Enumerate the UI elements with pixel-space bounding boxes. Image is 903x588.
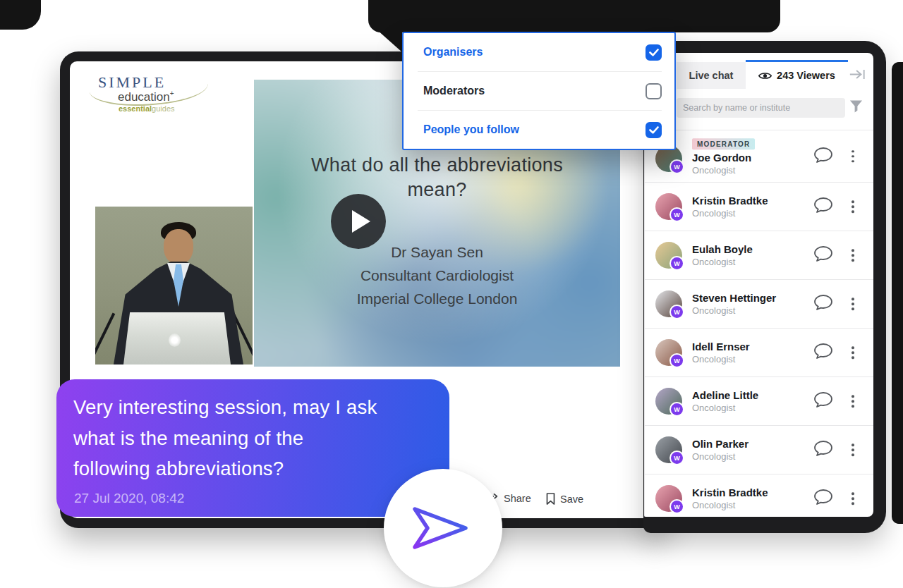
viewer-info: Idell Ernser Oncologist bbox=[692, 341, 750, 365]
decorative-wedge bbox=[377, 30, 402, 52]
member-badge-icon: W bbox=[669, 207, 684, 222]
more-options-icon[interactable] bbox=[852, 346, 854, 359]
tab-live-chat[interactable]: Live chat bbox=[677, 62, 746, 89]
checkbox[interactable] bbox=[646, 122, 662, 138]
viewer-name: Kristin Bradtke bbox=[692, 195, 768, 207]
viewer-role: Oncologist bbox=[692, 451, 749, 462]
page: SIMPLE education+ essentialguides What d… bbox=[0, 0, 903, 588]
filter-option-people-you-follow[interactable]: People you follow bbox=[404, 111, 674, 149]
filter-option-label: Organisers bbox=[423, 46, 483, 59]
video-speaker-institution: Imperial College London bbox=[254, 287, 620, 310]
speaker-face bbox=[164, 229, 193, 264]
member-badge-icon: W bbox=[669, 499, 684, 514]
member-badge-icon: W bbox=[669, 159, 684, 174]
member-badge-icon: W bbox=[669, 305, 684, 319]
viewer-row: W Eulah Boyle Oncologist bbox=[645, 231, 873, 280]
viewers-panel: Live chat 243 Viewers bbox=[644, 53, 873, 517]
decorative-top-band bbox=[368, 0, 780, 32]
avatar: W bbox=[655, 242, 682, 269]
filter-option-label: Moderators bbox=[423, 85, 485, 97]
filter-option-moderators[interactable]: Moderators bbox=[404, 72, 674, 110]
more-options-icon[interactable] bbox=[852, 150, 854, 163]
viewer-name: Kristin Bradtke bbox=[692, 486, 768, 498]
viewer-role: Oncologist bbox=[692, 208, 768, 219]
viewer-role: Oncologist bbox=[692, 165, 755, 176]
more-options-icon[interactable] bbox=[852, 443, 854, 456]
play-icon bbox=[352, 210, 370, 233]
viewer-info: Kristin Bradtke Oncologist bbox=[692, 486, 768, 510]
viewer-role: Oncologist bbox=[692, 305, 776, 316]
speaker-photo bbox=[95, 207, 253, 365]
viewer-row: W Adeline Little Oncologist bbox=[645, 377, 873, 426]
chat-bubble-icon[interactable] bbox=[814, 441, 832, 459]
chat-bubble-icon[interactable] bbox=[814, 392, 832, 410]
viewer-role: Oncologist bbox=[692, 257, 753, 267]
eye-icon bbox=[758, 71, 772, 80]
play-button[interactable] bbox=[331, 194, 386, 249]
more-options-icon[interactable] bbox=[852, 395, 854, 408]
viewer-info: Olin Parker Oncologist bbox=[692, 438, 749, 462]
viewer-info: MODERATOR Joe Gordon Oncologist bbox=[692, 137, 755, 176]
more-options-icon[interactable] bbox=[852, 249, 854, 262]
laptop-logo-glow bbox=[169, 333, 181, 347]
chat-message-text: Very interesting session, may I ask what… bbox=[73, 392, 377, 484]
viewer-row: W Olin Parker Oncologist bbox=[645, 426, 873, 474]
chat-bubble-icon[interactable] bbox=[814, 343, 832, 362]
more-options-icon[interactable] bbox=[852, 298, 854, 310]
viewer-row: W Steven Hettinger Oncologist bbox=[645, 280, 873, 329]
avatar: W bbox=[655, 485, 682, 512]
share-label: Share bbox=[504, 493, 531, 504]
viewer-role: Oncologist bbox=[692, 500, 768, 510]
viewer-row: W Idell Ernser Oncologist bbox=[645, 329, 873, 377]
filter-option-label: People you follow bbox=[423, 123, 519, 136]
filter-dropdown: Organisers Moderators People you follow bbox=[402, 32, 676, 150]
filter-option-organisers[interactable]: Organisers bbox=[404, 33, 674, 71]
viewer-info: Kristin Bradtke Oncologist bbox=[692, 195, 768, 219]
viewer-list: W MODERATOR Joe Gordon Oncologist W Kris… bbox=[645, 130, 873, 517]
avatar: W bbox=[655, 290, 682, 317]
brand-logo: SIMPLE education+ essentialguides bbox=[98, 73, 232, 116]
tab-viewers[interactable]: 243 Viewers bbox=[746, 62, 848, 89]
viewer-role: Oncologist bbox=[692, 403, 758, 413]
avatar: W bbox=[655, 388, 682, 415]
collapse-panel-icon[interactable] bbox=[849, 68, 866, 83]
save-label: Save bbox=[560, 494, 583, 505]
filter-funnel-icon[interactable] bbox=[849, 99, 863, 116]
send-icon bbox=[411, 505, 470, 551]
viewer-name: Olin Parker bbox=[692, 438, 749, 450]
viewer-info: Eulah Boyle Oncologist bbox=[692, 243, 753, 267]
microphone-left bbox=[95, 312, 115, 355]
save-button[interactable]: Save bbox=[546, 493, 583, 505]
moderator-badge: MODERATOR bbox=[692, 138, 755, 149]
checkbox[interactable] bbox=[646, 44, 662, 61]
viewer-name: Idell Ernser bbox=[692, 341, 750, 353]
checkbox[interactable] bbox=[646, 83, 662, 99]
member-badge-icon: W bbox=[669, 402, 684, 417]
chat-message-timestamp: 27 Jul 2020, 08:42 bbox=[74, 491, 184, 506]
send-button[interactable] bbox=[384, 469, 502, 587]
viewer-row: W MODERATOR Joe Gordon Oncologist bbox=[645, 130, 873, 183]
more-options-icon[interactable] bbox=[852, 492, 854, 505]
video-credits: Dr Sayan Sen Consultant Cardiologist Imp… bbox=[254, 240, 620, 310]
member-badge-icon: W bbox=[669, 353, 684, 368]
viewer-role: Oncologist bbox=[692, 354, 750, 365]
chat-bubble-icon[interactable] bbox=[814, 295, 832, 313]
viewer-row: W Kristin Bradtke Oncologist bbox=[645, 474, 873, 517]
video-speaker: Dr Sayan Sen bbox=[254, 240, 620, 264]
chat-bubble-icon[interactable] bbox=[814, 147, 832, 166]
decorative-corner-shape bbox=[0, 0, 41, 30]
bookmark-icon bbox=[546, 493, 555, 505]
search-input[interactable] bbox=[677, 98, 845, 118]
chat-bubble-icon[interactable] bbox=[814, 489, 832, 508]
chat-bubble-icon[interactable] bbox=[814, 246, 832, 264]
avatar: W bbox=[655, 339, 682, 366]
tab-live-chat-label: Live chat bbox=[689, 70, 734, 81]
search-box bbox=[677, 98, 845, 118]
avatar: W bbox=[655, 193, 682, 220]
avatar: W bbox=[655, 436, 682, 463]
decorative-right-strip bbox=[892, 62, 903, 524]
viewer-name: Steven Hettinger bbox=[692, 292, 776, 304]
viewer-name: Joe Gordon bbox=[692, 152, 755, 164]
chat-bubble-icon[interactable] bbox=[814, 197, 832, 216]
more-options-icon[interactable] bbox=[852, 200, 854, 213]
